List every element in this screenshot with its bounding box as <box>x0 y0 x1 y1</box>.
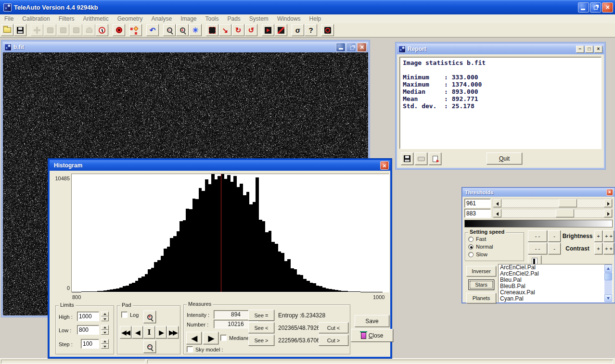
menu-item-file[interactable]: File <box>0 14 18 23</box>
scroll-right-arrow[interactable] <box>604 209 612 217</box>
target-button[interactable] <box>113 24 125 36</box>
scroll-left-arrow[interactable] <box>493 209 501 217</box>
measures-prev-button[interactable]: ◀ <box>186 332 202 344</box>
report-close-button[interactable]: × <box>594 46 602 53</box>
scroll-up-arrow[interactable] <box>604 264 612 272</box>
log-checkbox[interactable] <box>121 312 128 318</box>
rotate-cw-button[interactable]: ↻ <box>232 24 244 36</box>
histogram-save-button[interactable]: Save <box>355 315 389 327</box>
menu-item-geometry[interactable]: Geometry <box>113 14 147 23</box>
contrast-plus-button[interactable]: + <box>594 243 602 254</box>
palette-item[interactable]: Cyan.Pal <box>499 296 604 302</box>
pad-fast-back-button[interactable]: ◀◀ <box>120 326 131 339</box>
histogram-titlebar[interactable]: Histogram × <box>50 160 390 171</box>
copy-image-button[interactable] <box>262 24 274 36</box>
histogram-close-button[interactable]: × <box>380 161 389 170</box>
help-button[interactable]: ? <box>305 24 317 36</box>
report-print-button[interactable] <box>415 152 427 165</box>
brightness-minus2-button[interactable]: - - <box>528 230 547 242</box>
rotate-ccw-button[interactable]: ↺ <box>245 24 257 36</box>
restore-button[interactable] <box>590 2 601 13</box>
scroll-down-arrow[interactable] <box>604 294 612 302</box>
noise-filter-button[interactable] <box>275 24 287 36</box>
close-button[interactable] <box>602 2 613 13</box>
sky-model-checkbox[interactable] <box>187 346 193 352</box>
step-spinner[interactable] <box>101 339 109 349</box>
undo-button[interactable]: ↶ <box>146 24 159 36</box>
palette-list[interactable]: ArcEnCiel.PalArcEnCiel2.PalBleu.PalBleuB… <box>498 264 613 302</box>
radio-fast[interactable]: Fast <box>468 235 493 243</box>
image-maximize-button[interactable] <box>346 43 356 52</box>
see-greater-button[interactable]: See > <box>248 335 274 346</box>
scroll-left-arrow[interactable] <box>493 199 501 207</box>
menu-item-system[interactable]: System <box>245 14 273 23</box>
report-save-button[interactable] <box>401 152 413 165</box>
cut-less-button[interactable]: Cut < <box>319 322 348 333</box>
menu-item-help[interactable]: Help <box>305 14 326 23</box>
menu-item-tools[interactable]: Tools <box>201 14 223 23</box>
brightness-button[interactable]: ☀ <box>189 24 202 36</box>
contrast-minus2-button[interactable]: - - <box>528 243 547 254</box>
high-limit-input[interactable] <box>77 312 99 321</box>
mediane-checkbox[interactable] <box>220 335 227 341</box>
high-threshold-scrollbar[interactable] <box>493 199 613 208</box>
zoom-in-button[interactable]: + <box>176 24 189 36</box>
histogram-plot[interactable] <box>71 174 389 292</box>
open-file-button[interactable] <box>1 24 13 36</box>
report-minimize-button[interactable]: − <box>576 46 584 53</box>
curve-button[interactable]: ↘ <box>219 24 231 36</box>
image-window-titlebar[interactable]: b.fit <box>3 42 368 52</box>
menu-item-calibration[interactable]: Calibration <box>18 14 54 23</box>
crop-frame-button[interactable] <box>206 24 218 36</box>
pad-zoom-in-button[interactable]: + <box>143 311 156 323</box>
see-less-button[interactable]: See < <box>248 322 274 333</box>
contrast-plus2-button[interactable]: + + <box>603 243 614 254</box>
pad-zoom-out-button[interactable]: − <box>143 340 156 353</box>
inverser-button[interactable]: Inverser <box>466 266 496 276</box>
report-text-area[interactable]: Image statistics b.fit Minimum : 333.000… <box>399 57 602 149</box>
menu-item-analyse[interactable]: Analyse <box>147 14 176 23</box>
planets-button[interactable]: Planets <box>466 293 496 303</box>
clock-button[interactable] <box>96 24 108 36</box>
menu-item-pads[interactable]: Pads <box>223 14 245 23</box>
tree-button[interactable] <box>129 24 142 36</box>
thresholds-titlebar[interactable]: Thresholds × <box>462 188 615 197</box>
palette-scroll-thumb[interactable] <box>604 273 612 280</box>
sigma-button[interactable]: σ <box>292 24 304 36</box>
high-threshold-thumb[interactable] <box>559 199 577 207</box>
brightness-minus-button[interactable]: - <box>548 230 561 242</box>
zoom-out-button[interactable]: − <box>163 24 176 36</box>
step-input[interactable] <box>81 339 99 349</box>
quit-button[interactable]: Quit <box>487 152 522 164</box>
see-equal-button[interactable]: See = <box>248 310 274 321</box>
image-close-button[interactable] <box>357 43 367 52</box>
menu-item-arithmetic[interactable]: Arithmetic <box>78 14 113 23</box>
high-threshold-input[interactable] <box>464 199 491 208</box>
low-threshold-scrollbar[interactable] <box>493 209 613 218</box>
low-threshold-thumb[interactable] <box>556 209 574 217</box>
measures-next-button[interactable]: ▶ <box>203 332 218 344</box>
brightness-plus-button[interactable]: + <box>594 230 602 242</box>
cut-greater-button[interactable]: Cut > <box>319 335 348 346</box>
pad-center-button[interactable]: I <box>143 326 155 339</box>
low-limit-spinner[interactable] <box>101 325 109 335</box>
menu-item-windows[interactable]: Windows <box>273 14 305 23</box>
report-export-button[interactable] <box>429 152 441 165</box>
palette-scrollbar[interactable] <box>604 264 612 302</box>
brightness-plus2-button[interactable]: + + <box>603 230 614 242</box>
save-button[interactable] <box>14 24 26 36</box>
radio-slow[interactable]: Slow <box>468 251 493 258</box>
low-threshold-input[interactable] <box>464 209 491 218</box>
report-maximize-button[interactable]: □ <box>585 46 593 53</box>
histogram-close-button-main[interactable]: Close <box>351 329 393 342</box>
pad-back-button[interactable]: ◀ <box>132 326 143 339</box>
thresholds-close-button[interactable]: × <box>606 189 613 196</box>
minimize-button[interactable] <box>578 2 589 13</box>
radio-normal[interactable]: Normal <box>468 243 493 251</box>
report-titlebar[interactable]: Report − □ × <box>397 44 604 54</box>
high-limit-spinner[interactable] <box>101 312 109 321</box>
menu-item-filters[interactable]: Filters <box>54 14 79 23</box>
mask-button[interactable] <box>321 24 334 36</box>
scroll-right-arrow[interactable] <box>604 199 612 207</box>
low-limit-input[interactable] <box>77 325 99 335</box>
